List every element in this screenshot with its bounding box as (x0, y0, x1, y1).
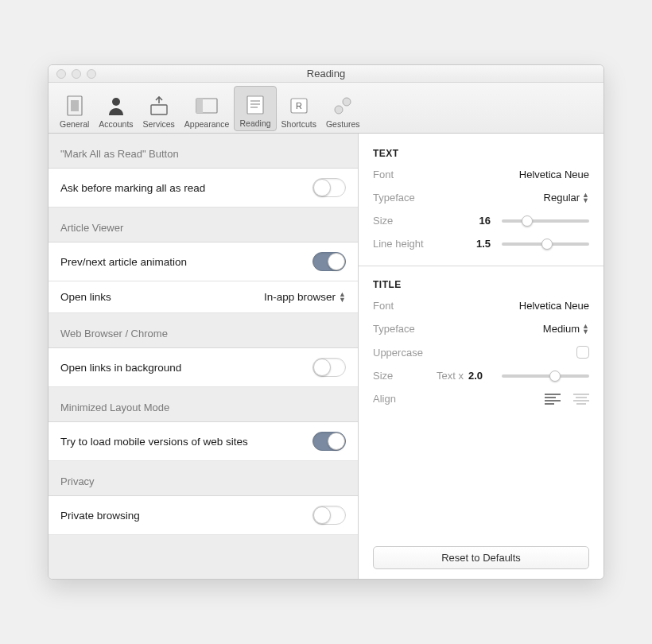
section-privacy: Privacy (49, 461, 358, 496)
tab-label: Reading (239, 118, 270, 128)
align-left-button[interactable] (545, 394, 561, 405)
slider-title-size[interactable] (502, 374, 589, 378)
row-load-mobile: Try to load mobile versions of web sites (49, 422, 358, 461)
select-text-typeface[interactable]: Regular ▲▼ (544, 192, 589, 204)
section-web-browser: Web Browser / Chrome (49, 313, 358, 348)
select-open-links[interactable]: In-app browser ▲▼ (264, 291, 346, 303)
row-private-browsing: Private browsing (49, 496, 358, 535)
row-ask-before-marking: Ask before marking all as read (49, 169, 358, 208)
shortcuts-icon: R (287, 94, 311, 118)
select-title-typeface[interactable]: Medium ▲▼ (543, 323, 589, 335)
field-value: 16 (479, 215, 491, 227)
section-article-viewer: Article Viewer (49, 208, 358, 242)
toggle-load-mobile[interactable] (312, 432, 346, 451)
svg-point-13 (335, 106, 343, 114)
field-value: Helvetica Neue (519, 300, 589, 312)
row-label: Open links in background (60, 362, 312, 374)
services-icon (147, 94, 171, 118)
tab-label: Accounts (99, 119, 133, 129)
field-label: Size (373, 370, 437, 382)
preferences-window: Reading General Accounts Services Appear… (48, 64, 604, 580)
section-mark-all: "Mark All as Read" Button (49, 134, 358, 169)
row-label: Prev/next article animation (60, 256, 312, 268)
toggle-open-links-background[interactable] (312, 358, 346, 377)
select-value: Medium (543, 323, 580, 335)
tab-shortcuts[interactable]: R Shortcuts (277, 86, 321, 131)
svg-point-12 (343, 98, 351, 106)
titlebar: Reading (49, 65, 603, 83)
tab-appearance[interactable]: Appearance (180, 86, 235, 131)
row-text-lineheight: Line height 1.5 (373, 238, 589, 250)
toolbar: General Accounts Services Appearance Rea… (49, 83, 603, 134)
row-title-typeface: Typeface Medium ▲▼ (373, 323, 589, 335)
svg-rect-6 (247, 96, 263, 114)
field-label: Font (373, 300, 437, 312)
tab-label: Services (143, 119, 175, 129)
field-value: 2.0 (468, 370, 483, 382)
tab-gestures[interactable]: Gestures (321, 86, 365, 131)
checkbox-uppercase[interactable] (576, 346, 589, 359)
field-label: Font (373, 169, 437, 180)
section-minimized-layout: Minimized Layout Mode (49, 387, 358, 422)
field-label: Size (373, 215, 437, 227)
tab-label: General (60, 119, 89, 129)
select-value: Regular (544, 192, 580, 204)
row-open-links: Open links In-app browser ▲▼ (49, 281, 358, 313)
row-title-uppercase: Uppercase (373, 346, 589, 359)
svg-rect-1 (71, 100, 79, 111)
content: "Mark All as Read" Button Ask before mar… (49, 134, 603, 579)
row-prev-next-animation: Prev/next article animation (49, 242, 358, 281)
left-pane: "Mark All as Read" Button Ask before mar… (49, 134, 359, 579)
text-heading: TEXT (373, 148, 589, 159)
field-value: 1.5 (476, 238, 491, 250)
slider-text-lineheight[interactable] (502, 242, 589, 246)
svg-text:R: R (296, 101, 302, 111)
chevron-updown-icon: ▲▼ (582, 324, 589, 335)
accounts-icon (104, 94, 128, 118)
field-label: Typeface (373, 192, 437, 204)
right-pane: TEXT Font Helvetica Neue Typeface Regula… (359, 134, 603, 579)
row-title-align: Align (373, 393, 589, 405)
tab-label: Shortcuts (281, 119, 316, 129)
row-label: Private browsing (60, 510, 312, 522)
row-label: Try to load mobile versions of web sites (60, 436, 312, 448)
tab-services[interactable]: Services (138, 86, 180, 131)
row-open-links-background: Open links in background (49, 348, 358, 387)
chevron-updown-icon: ▲▼ (582, 192, 589, 204)
svg-point-2 (112, 98, 120, 106)
appearance-icon (195, 94, 219, 118)
field-label: Align (373, 393, 437, 405)
field-value: Helvetica Neue (519, 169, 589, 180)
row-text-size: Size 16 (373, 215, 589, 227)
divider (359, 266, 603, 266)
row-label: Ask before marking all as read (60, 182, 312, 194)
tab-accounts[interactable]: Accounts (94, 86, 138, 131)
toggle-private-browsing[interactable] (312, 506, 346, 525)
row-title-font[interactable]: Font Helvetica Neue (373, 300, 589, 312)
chevron-updown-icon: ▲▼ (339, 292, 346, 303)
tab-label: Appearance (184, 119, 230, 129)
reset-button[interactable]: Reset to Defaults (373, 546, 589, 569)
align-center-button[interactable] (573, 394, 589, 405)
slider-text-size[interactable] (502, 219, 589, 223)
row-text-typeface: Typeface Regular ▲▼ (373, 192, 589, 204)
field-label: Uppercase (373, 347, 437, 359)
tab-general[interactable]: General (55, 86, 94, 131)
svg-rect-5 (196, 99, 203, 113)
svg-rect-3 (151, 105, 167, 114)
field-label: Typeface (373, 323, 437, 335)
field-label: Line height (373, 238, 437, 250)
row-title-size: Size Text x 2.0 (373, 370, 589, 382)
toggle-prev-next-animation[interactable] (312, 252, 346, 271)
row-text-font[interactable]: Font Helvetica Neue (373, 169, 589, 180)
tab-reading[interactable]: Reading (234, 86, 276, 131)
size-prefix: Text x (437, 370, 464, 382)
tab-label: Gestures (326, 119, 360, 129)
general-icon (63, 94, 87, 118)
window-title: Reading (49, 68, 603, 80)
reading-icon (243, 93, 267, 117)
title-heading: TITLE (373, 279, 589, 290)
select-value: In-app browser (264, 291, 336, 303)
toggle-ask-before-marking[interactable] (312, 178, 346, 197)
gestures-icon (331, 94, 355, 118)
